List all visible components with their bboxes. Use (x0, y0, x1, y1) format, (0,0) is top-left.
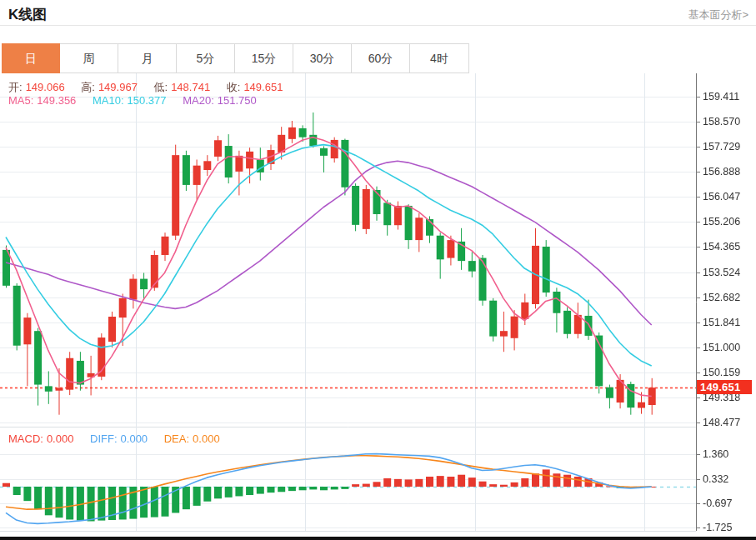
tab-week[interactable]: 周 (60, 44, 118, 72)
header-divider (0, 25, 756, 26)
page-title: K线图 (8, 5, 47, 24)
current-price-badge: 149.651 (697, 380, 752, 394)
kline-widget: K线图 基本面分析> 日 周 月 5分 15分 30分 60分 4时 开:149… (0, 0, 756, 540)
kline-chart-canvas[interactable] (0, 73, 756, 540)
fundamental-analysis-link[interactable]: 基本面分析> (688, 8, 748, 22)
tab-month[interactable]: 月 (118, 44, 177, 72)
tab-4hour[interactable]: 4时 (410, 44, 468, 72)
timeframe-tabbar: 日 周 月 5分 15分 30分 60分 4时 (2, 43, 469, 73)
tab-30min[interactable]: 30分 (293, 44, 352, 72)
tab-5min[interactable]: 5分 (177, 44, 235, 72)
tab-day[interactable]: 日 (2, 43, 60, 73)
header: K线图 基本面分析> (0, 0, 756, 25)
tab-15min[interactable]: 15分 (235, 44, 293, 72)
tab-60min[interactable]: 60分 (352, 44, 410, 72)
